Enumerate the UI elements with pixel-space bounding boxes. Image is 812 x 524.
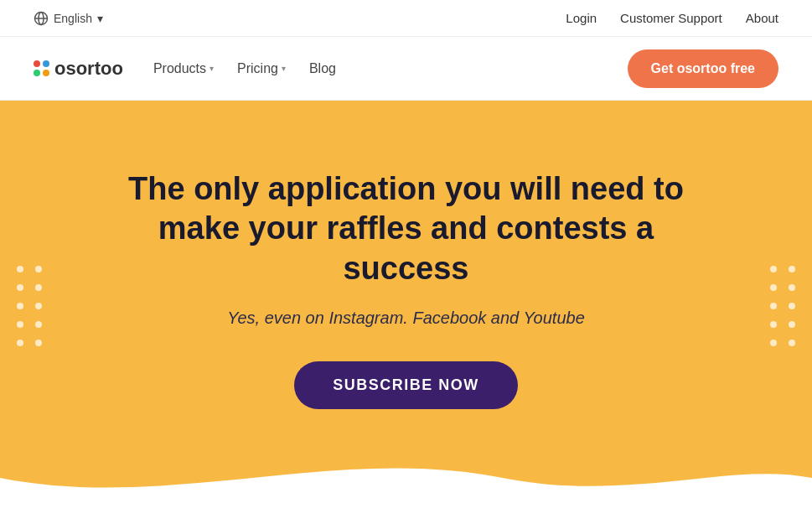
nav-left: osortoo Products ▾ Pricing ▾ Blog [34,58,336,80]
get-osortoo-free-button[interactable]: Get osortoo free [628,49,778,88]
globe-icon [34,11,49,26]
logo-dot-4 [43,70,49,76]
dot [770,284,777,291]
dot [770,303,777,309]
logo-dot-2 [43,60,49,67]
hero-wave [0,444,812,511]
login-link[interactable]: Login [566,11,597,25]
dot [789,303,795,309]
about-link[interactable]: About [746,11,778,25]
logo-text: osortoo [54,58,123,80]
dots-left [17,266,42,346]
logo[interactable]: osortoo [34,58,123,80]
dot [789,266,795,272]
logo-dot-3 [34,70,40,76]
dot [770,340,777,346]
dot [35,321,42,328]
dot [35,284,42,291]
subscribe-button[interactable]: SUBSCRIBE NOW [294,361,518,409]
logo-icon [34,60,49,76]
dot [770,321,777,328]
language-selector[interactable]: English ▾ [34,11,103,26]
dot [35,340,42,346]
dot [789,321,795,328]
language-chevron: ▾ [97,12,103,25]
hero-section: The only application you will need to ma… [0,101,812,511]
hero-headline: The only application you will need to ma… [113,169,700,289]
nav-pricing[interactable]: Pricing ▾ [237,61,286,76]
dot [35,303,42,309]
dot [789,284,795,291]
dot [17,266,23,272]
dot [770,266,777,272]
products-chevron: ▾ [209,64,214,73]
dot [17,321,23,328]
hero-subtext: Yes, even on Instagram. Facebook and You… [227,309,585,328]
dot [17,303,23,309]
dots-right [770,266,795,346]
language-label: English [54,12,92,25]
top-nav-links: Login Customer Support About [566,11,778,25]
dot [789,340,795,346]
top-bar: English ▾ Login Customer Support About [0,0,812,37]
logo-dot-1 [34,60,40,67]
customer-support-link[interactable]: Customer Support [620,11,722,25]
main-nav: osortoo Products ▾ Pricing ▾ Blog Get os… [0,37,812,101]
dot [17,340,23,346]
nav-products[interactable]: Products ▾ [153,61,214,76]
dot [35,266,42,272]
nav-blog[interactable]: Blog [309,61,336,76]
dot [17,284,23,291]
nav-links: Products ▾ Pricing ▾ Blog [153,61,336,76]
pricing-chevron: ▾ [282,64,286,73]
